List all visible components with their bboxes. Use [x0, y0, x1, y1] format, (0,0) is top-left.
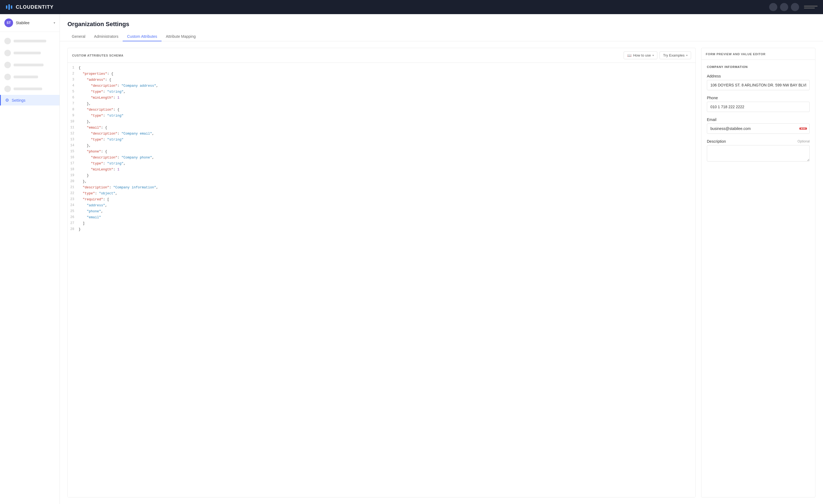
line-content: "minLength": 1 [78, 167, 695, 172]
line-content: }, [78, 143, 695, 149]
line-content: "address", [78, 203, 695, 208]
tab-custom-attributes[interactable]: Custom Attributes [123, 32, 162, 41]
form-label-phone: Phone [707, 96, 718, 100]
form-input-phone[interactable] [707, 102, 810, 112]
line-number: 16 [68, 155, 78, 160]
navbar-right [769, 3, 818, 11]
form-preview-title: FORM PREVIEW AND VALUE EDITOR [706, 52, 766, 56]
form-input-email[interactable] [707, 123, 810, 134]
sidebar-user[interactable]: ST Stabilee ▾ [0, 14, 59, 32]
form-preview-panel: FORM PREVIEW AND VALUE EDITOR COMPANY IN… [701, 48, 815, 497]
how-to-use-chevron-icon: ▾ [652, 54, 654, 57]
line-content: "type": "string" [78, 113, 695, 118]
sidebar-item-label-settings: Settings [12, 98, 26, 102]
line-number: 18 [68, 167, 78, 172]
icon-dot-1 [801, 128, 802, 129]
form-field-email: Email [707, 117, 810, 134]
line-content: "description": "Company phone", [78, 155, 695, 161]
nav-icon-2[interactable] [780, 3, 788, 11]
code-line: 2 "properties": { [68, 71, 695, 77]
content-area: Organization Settings General Administra… [60, 14, 823, 504]
sidebar-item-settings[interactable]: ⚙ Settings [0, 95, 59, 105]
how-to-use-label: How to use [633, 53, 651, 57]
line-number: 4 [68, 83, 78, 88]
form-section-title: COMPANY INFORMATION [707, 65, 810, 68]
try-examples-button[interactable]: Try Examples ▾ [660, 51, 691, 59]
code-line: 28} [68, 226, 695, 232]
line-content: "description": "Company address", [78, 83, 695, 89]
line-number: 3 [68, 77, 78, 82]
skeleton-circle-1 [4, 38, 11, 44]
line-content: }, [78, 101, 695, 106]
code-editor[interactable]: 1{2 "properties": {3 "address": {4 "desc… [68, 63, 695, 497]
form-label-description: Description [707, 139, 726, 144]
line-content: "required": [ [78, 197, 695, 202]
form-input-address[interactable] [707, 80, 810, 90]
code-line: 16 "description": "Company phone", [68, 155, 695, 161]
main-content: CUSTOM ATTRIBUTES SCHEMA 📖 How to use ▾ … [60, 41, 823, 504]
line-content: "email" [78, 215, 695, 220]
sidebar-nav: ⚙ Settings [0, 32, 59, 504]
line-content: "description": { [78, 107, 695, 112]
line-content: "type": "string", [78, 89, 695, 94]
line-content: }, [78, 179, 695, 184]
code-line: 13 "type": "string" [68, 137, 695, 143]
user-name: Stabilee [16, 21, 51, 25]
line-content: "description": "Company information", [78, 185, 695, 190]
line-content: "address": { [78, 77, 695, 83]
code-line: 21 "description": "Company information", [68, 185, 695, 191]
gear-icon: ⚙ [5, 97, 9, 103]
line-number: 20 [68, 179, 78, 184]
skeleton-line-3 [14, 64, 43, 66]
code-line: 26 "email" [68, 215, 695, 221]
line-number: 11 [68, 125, 78, 130]
form-label-email: Email [707, 117, 716, 122]
tab-attribute-mapping[interactable]: Attribute Mapping [162, 32, 200, 41]
line-number: 7 [68, 101, 78, 106]
code-line: 12 "description": "Company email", [68, 131, 695, 137]
line-content: } [78, 173, 695, 178]
line-number: 9 [68, 113, 78, 118]
tab-general[interactable]: General [67, 32, 90, 41]
line-number: 23 [68, 197, 78, 202]
code-line: 18 "minLength": 1 [68, 167, 695, 173]
code-line: 4 "description": "Company address", [68, 83, 695, 89]
tabs: General Administrators Custom Attributes… [67, 32, 815, 41]
line-content: "phone": { [78, 149, 695, 155]
line-number: 14 [68, 143, 78, 148]
main-layout: ST Stabilee ▾ [0, 14, 823, 504]
line-number: 6 [68, 95, 78, 100]
try-examples-chevron-icon: ▾ [686, 54, 687, 57]
sidebar-skeleton-2 [0, 47, 59, 59]
line-number: 2 [68, 71, 78, 76]
code-line: 17 "type": "string", [68, 161, 695, 167]
sidebar-skeleton-4 [0, 71, 59, 83]
nav-icon-3[interactable] [791, 3, 799, 11]
line-number: 17 [68, 161, 78, 166]
line-number: 15 [68, 149, 78, 154]
line-number: 25 [68, 209, 78, 214]
form-input-email-wrapper [707, 123, 810, 134]
line-number: 27 [68, 221, 78, 226]
brand-logo: CLOUDENTITY [5, 3, 53, 11]
form-field-email-header: Email [707, 117, 810, 122]
line-number: 22 [68, 191, 78, 196]
code-line: 24 "address", [68, 203, 695, 209]
form-field-address-header: Address [707, 74, 810, 78]
nav-menu-lines [804, 6, 818, 8]
skeleton-line-1 [14, 40, 46, 42]
code-line: 10 }, [68, 119, 695, 125]
form-textarea-description[interactable] [707, 145, 810, 162]
code-line: 14 }, [68, 143, 695, 149]
form-label-address: Address [707, 74, 721, 78]
line-content: "type": "object", [78, 191, 695, 196]
nav-icon-1[interactable] [769, 3, 777, 11]
icon-dot-3 [804, 128, 805, 129]
tab-administrators[interactable]: Administrators [90, 32, 123, 41]
line-content: ] [78, 221, 695, 226]
svg-rect-1 [8, 4, 10, 10]
avatar: ST [4, 18, 13, 27]
code-line: 9 "type": "string" [68, 113, 695, 119]
schema-panel-actions: 📖 How to use ▾ Try Examples ▾ [624, 51, 691, 59]
how-to-use-button[interactable]: 📖 How to use ▾ [624, 51, 657, 59]
